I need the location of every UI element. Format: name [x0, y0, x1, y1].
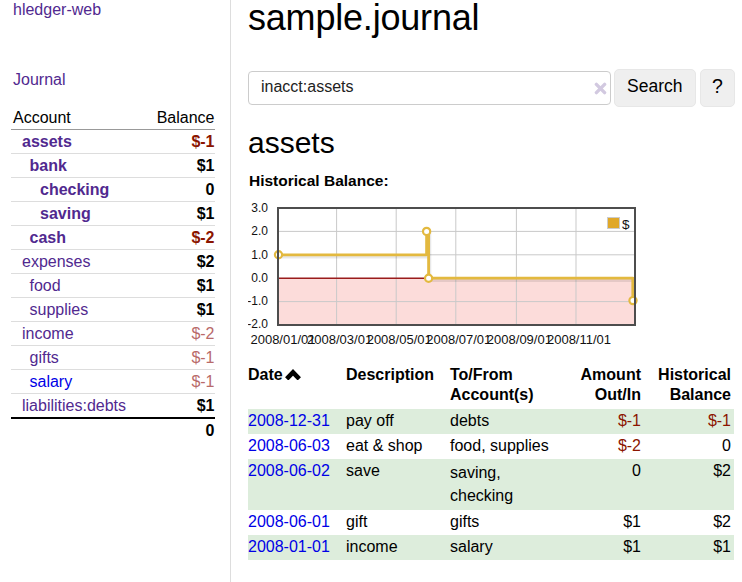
- svg-text:2008/01/01: 2008/01/01: [250, 332, 315, 347]
- svg-text:3.0: 3.0: [251, 201, 268, 215]
- svg-text:$: $: [622, 217, 630, 232]
- svg-text:-2.0: -2.0: [248, 317, 268, 331]
- svg-text:2008/03/01: 2008/03/01: [307, 332, 372, 347]
- svg-text:2008/05/01: 2008/05/01: [367, 332, 432, 347]
- svg-text:2008/11/01: 2008/11/01: [547, 332, 611, 347]
- svg-text:2008/07/01: 2008/07/01: [426, 332, 491, 347]
- svg-text:2.0: 2.0: [251, 224, 268, 238]
- svg-text:2008/09/01: 2008/09/01: [487, 332, 552, 347]
- svg-text:-1.0: -1.0: [248, 294, 268, 308]
- svg-text:0.0: 0.0: [251, 271, 268, 285]
- svg-text:1.0: 1.0: [251, 248, 268, 262]
